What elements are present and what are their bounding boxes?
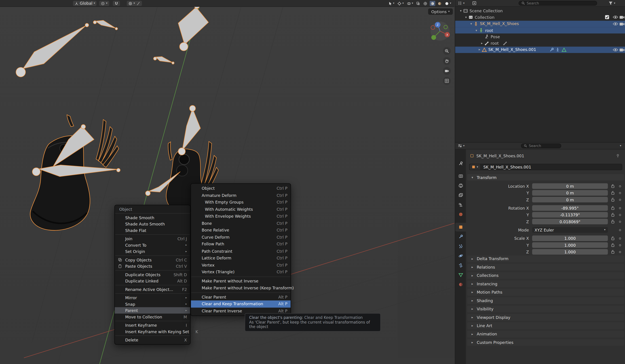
menu-item-duplicate-objects[interactable]: Duplicate ObjectsShift D: [115, 271, 190, 278]
outliner-row-mesh-object[interactable]: SK_M_Hell_X_Shoes.001: [455, 46, 625, 53]
lock-icon[interactable]: [610, 212, 615, 217]
submenu-item-make-parent-without-inverse[interactable]: Make Parent without Inverse: [191, 277, 291, 284]
tab-particles[interactable]: [455, 242, 466, 250]
location-x-field[interactable]: 0 m: [532, 183, 608, 189]
menu-item-join[interactable]: JoinCtrl J: [115, 236, 190, 242]
submenu-item-curve-deform[interactable]: Curve DeformCtrl P: [191, 234, 291, 241]
location-z-field[interactable]: 0 m: [532, 197, 608, 202]
shading-solid-button[interactable]: [430, 1, 436, 6]
tab-constraints[interactable]: [455, 261, 466, 270]
navigation-gizmo[interactable]: Z X: [429, 21, 451, 42]
decorate-dot[interactable]: [618, 229, 622, 231]
tab-object-data[interactable]: [455, 271, 466, 279]
menu-item-insert-keyframe[interactable]: Insert KeyframeI: [115, 322, 190, 329]
outliner-row-pose[interactable]: Pose: [455, 33, 625, 40]
submenu-item-bone-relative[interactable]: Bone RelativeCtrl P: [191, 227, 291, 234]
outliner-row-bone-root[interactable]: root: [455, 40, 625, 46]
menu-item-shade-smooth[interactable]: Shade Smooth: [115, 214, 190, 221]
decorate-dot[interactable]: [618, 237, 622, 239]
tab-tool[interactable]: [455, 159, 466, 168]
decorate-dot[interactable]: [618, 220, 622, 223]
object-name-field[interactable]: SK_M_Hell_X_Shoes.001: [469, 164, 622, 170]
overlays-button[interactable]: [406, 1, 414, 6]
lock-icon[interactable]: [610, 184, 615, 188]
expand-arrow-icon[interactable]: [474, 29, 479, 32]
menu-item-parent[interactable]: Parent: [115, 307, 190, 314]
disable-render-toggle[interactable]: [619, 48, 625, 52]
hide-eye-toggle[interactable]: [613, 22, 618, 26]
3d-viewport[interactable]: Global: [0, 0, 454, 364]
menu-item-duplicate-linked[interactable]: Duplicate LinkedAlt D: [115, 278, 190, 284]
menu-item-copy-objects[interactable]: Copy ObjectsCtrl C: [115, 257, 190, 263]
camera-view-tool[interactable]: [443, 67, 451, 75]
menu-item-convert-to[interactable]: Convert To: [115, 242, 190, 248]
submenu-item-clear-and-keep-transformation[interactable]: Clear and Keep TransformationAlt P: [191, 301, 291, 307]
tab-world[interactable]: [455, 210, 466, 219]
scale-x-field[interactable]: 1.000: [532, 236, 608, 241]
section-animation[interactable]: Animation: [467, 331, 624, 337]
tab-modifiers[interactable]: [455, 232, 466, 241]
lock-icon[interactable]: [610, 206, 615, 210]
menu-item-snap[interactable]: Snap: [115, 301, 190, 307]
select-mode-button[interactable]: [387, 1, 395, 6]
tab-scene[interactable]: [455, 200, 466, 209]
outliner-row-collection[interactable]: Collection: [455, 14, 625, 21]
submenu-item-lattice-deform[interactable]: Lattice DeformCtrl P: [191, 254, 291, 261]
section-line-art[interactable]: Line Art: [467, 322, 624, 329]
expand-arrow-icon[interactable]: [479, 42, 484, 45]
outliner-search[interactable]: [519, 1, 597, 6]
id-type-button[interactable]: [470, 164, 481, 170]
rotation-z-field[interactable]: 0.018069°: [532, 219, 608, 224]
submenu-item-follow-path[interactable]: Follow PathCtrl P: [191, 241, 291, 247]
section-visibility[interactable]: Visibility: [467, 306, 624, 312]
editor-type-button[interactable]: [458, 144, 465, 148]
expand-arrow-icon[interactable]: [477, 48, 482, 52]
submenu-item-vertex-triangle[interactable]: Vertex (Triangle)Ctrl P: [191, 269, 291, 275]
submenu-item-with-automatic-weights[interactable]: With Automatic WeightsCtrl P: [191, 206, 291, 213]
lock-icon[interactable]: [610, 219, 615, 224]
expand-arrow-icon[interactable]: [459, 9, 463, 12]
tab-material[interactable]: [455, 280, 466, 289]
pan-tool[interactable]: [443, 57, 451, 65]
expand-arrow-icon[interactable]: [469, 22, 473, 26]
menu-item-rename-active-object[interactable]: Rename Active Object...F2: [115, 286, 190, 293]
section-collections[interactable]: Collections: [467, 272, 624, 279]
decorate-dot[interactable]: [618, 251, 622, 253]
tab-physics[interactable]: [455, 251, 466, 260]
transform-orientation-dropdown[interactable]: Global: [73, 1, 96, 6]
scale-z-field[interactable]: 1.000: [532, 249, 608, 255]
rotation-x-field[interactable]: -89.995°: [532, 205, 608, 211]
lock-icon[interactable]: [610, 197, 615, 202]
submenu-item-with-empty-groups[interactable]: With Empty GroupsCtrl P: [191, 199, 291, 206]
submenu-item-bone[interactable]: BoneCtrl P: [191, 220, 291, 227]
outliner-row-armature-object[interactable]: SK_M_Hell_X_Shoes: [455, 21, 625, 27]
proportional-editing-dropdown[interactable]: [127, 1, 142, 6]
section-viewport-display[interactable]: Viewport Display: [467, 314, 624, 321]
outliner-row-armature-data-root[interactable]: root: [455, 27, 625, 33]
disable-render-toggle[interactable]: [619, 22, 625, 26]
zoom-tool[interactable]: [443, 47, 451, 55]
section-shading[interactable]: Shading: [467, 297, 624, 304]
menu-item-paste-objects[interactable]: Paste ObjectsCtrl V: [115, 263, 190, 270]
scale-y-field[interactable]: 1.000: [532, 242, 608, 248]
hide-eye-toggle[interactable]: [613, 15, 618, 19]
options-button[interactable]: Options: [428, 8, 453, 15]
outliner-search-input[interactable]: [527, 1, 594, 5]
section-delta-transform[interactable]: Delta Transform: [467, 255, 624, 262]
tab-object[interactable]: [455, 223, 466, 232]
section-instancing[interactable]: Instancing: [467, 280, 624, 287]
decorate-dot[interactable]: [618, 207, 622, 209]
editor-type-button[interactable]: [458, 1, 465, 6]
menu-item-set-origin[interactable]: Set Origin: [115, 248, 190, 255]
modifier-wrench-icon[interactable]: [549, 47, 554, 52]
submenu-item-vertex[interactable]: VertexCtrl P: [191, 262, 291, 269]
decorate-dot[interactable]: [618, 192, 622, 194]
tab-render[interactable]: [455, 172, 466, 181]
location-y-field[interactable]: 0 m: [532, 190, 608, 196]
menu-item-shade-flat[interactable]: Shade Flat: [115, 227, 190, 234]
properties-search[interactable]: [521, 144, 561, 148]
shading-wireframe-button[interactable]: [423, 1, 428, 6]
shading-rendered-button[interactable]: [444, 1, 452, 6]
pin-button[interactable]: [616, 154, 620, 158]
expand-arrow-icon[interactable]: [464, 15, 468, 19]
